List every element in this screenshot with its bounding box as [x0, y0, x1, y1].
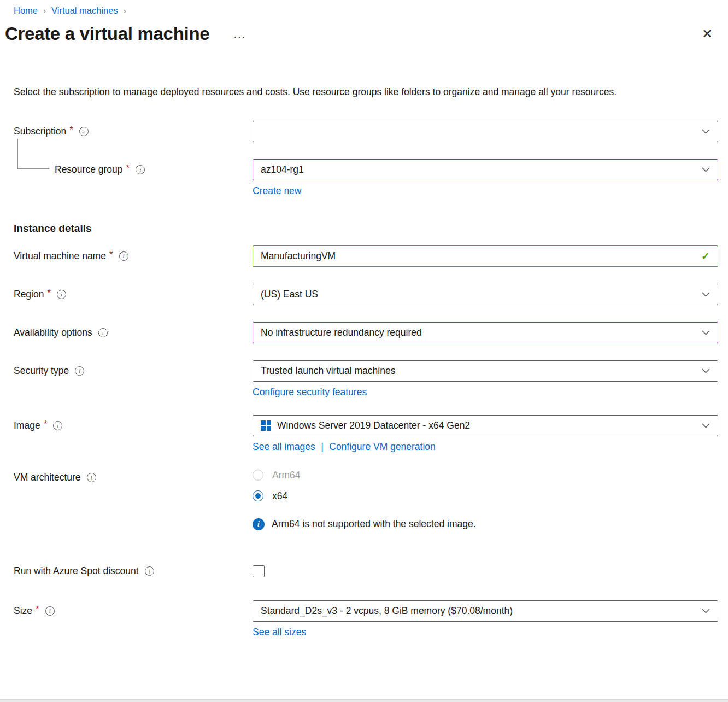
security-type-value: Trusted launch virtual machines [261, 365, 395, 377]
field-vm-name: Virtual machine name * i ManufacturingVM… [14, 245, 718, 267]
info-filled-icon: i [253, 518, 265, 530]
info-icon[interactable]: i [98, 328, 108, 337]
region-dropdown[interactable]: (US) East US [253, 284, 718, 305]
instance-details-heading: Instance details [14, 223, 718, 235]
field-subscription: Subscription * i [14, 121, 718, 142]
chevron-down-icon [702, 167, 710, 172]
page-title: Create a virtual machine [5, 24, 209, 44]
info-icon[interactable]: i [53, 421, 62, 430]
availability-options-value: No infrastructure redundancy required [261, 327, 422, 338]
create-new-link[interactable]: Create new [253, 185, 302, 197]
required-asterisk: * [47, 288, 51, 299]
chevron-down-icon [702, 368, 710, 373]
intro-text: Select the subscription to manage deploy… [14, 84, 709, 101]
image-value: Windows Server 2019 Datacenter - x64 Gen… [277, 420, 470, 431]
arm64-radio[interactable]: Arm64 [253, 470, 301, 481]
configure-security-features-link[interactable]: Configure security features [253, 387, 367, 398]
resource-group-label: Resource group [55, 164, 123, 176]
breadcrumb-home[interactable]: Home [14, 5, 38, 16]
breadcrumb-separator-icon: › [124, 6, 126, 15]
field-resource-group: Resource group * i az104-rg1 Create new [14, 159, 718, 197]
radio-unselected-icon [253, 470, 263, 481]
field-azure-spot: Run with Azure Spot discount i [14, 564, 718, 578]
breadcrumb-separator-icon: › [43, 6, 46, 15]
vm-name-input[interactable]: ManufacturingVM ✓ [253, 245, 718, 267]
see-all-sizes-link[interactable]: See all sizes [253, 627, 306, 638]
field-availability-options: Availability options i No infrastructure… [14, 322, 718, 343]
windows-logo-icon [261, 420, 271, 431]
availability-options-label: Availability options [14, 327, 92, 338]
see-all-images-link[interactable]: See all images [253, 441, 315, 453]
chevron-down-icon [702, 330, 710, 335]
info-icon[interactable]: i [119, 251, 128, 261]
basics-form: Subscription * i Resource group * i [0, 121, 728, 638]
subscription-dropdown[interactable] [253, 121, 718, 142]
field-vm-architecture: VM architecture i Arm64 x64 i Arm64 is n… [14, 470, 718, 530]
info-icon[interactable]: i [79, 127, 89, 136]
image-label: Image [14, 420, 40, 431]
size-value: Standard_D2s_v3 - 2 vcpus, 8 GiB memory … [261, 605, 513, 617]
required-asterisk: * [126, 163, 130, 174]
breadcrumb-virtual-machines[interactable]: Virtual machines [51, 5, 118, 16]
field-image: Image * i Windows Server 2019 Datacenter… [14, 415, 718, 453]
arm64-radio-label: Arm64 [272, 470, 301, 481]
required-asterisk: * [44, 419, 48, 430]
field-security-type: Security type i Trusted launch virtual m… [14, 360, 718, 398]
required-asterisk: * [69, 125, 73, 136]
size-dropdown[interactable]: Standard_D2s_v3 - 2 vcpus, 8 GiB memory … [253, 600, 718, 622]
region-value: (US) East US [261, 289, 318, 300]
field-size: Size * i Standard_D2s_v3 - 2 vcpus, 8 Gi… [14, 600, 718, 638]
resource-group-value: az104-rg1 [261, 164, 304, 176]
region-label: Region [14, 289, 44, 300]
breadcrumb: Home › Virtual machines › [0, 0, 728, 16]
configure-vm-generation-link[interactable]: Configure VM generation [329, 441, 436, 453]
chevron-down-icon [702, 292, 710, 297]
subscription-group: Subscription * i Resource group * i [14, 121, 718, 197]
x64-radio-label: x64 [272, 490, 287, 502]
create-vm-page: Home › Virtual machines › Create a virtu… [0, 0, 728, 638]
info-icon[interactable]: i [57, 290, 66, 299]
chevron-down-icon [702, 129, 710, 134]
required-asterisk: * [109, 249, 113, 260]
x64-radio[interactable]: x64 [253, 490, 287, 502]
security-type-dropdown[interactable]: Trusted launch virtual machines [253, 360, 718, 382]
azure-spot-checkbox[interactable] [253, 565, 265, 577]
vm-name-value: ManufacturingVM [261, 250, 336, 262]
bottom-divider [0, 699, 728, 702]
security-type-label: Security type [14, 365, 69, 377]
arch-info-message: i Arm64 is not supported with the select… [253, 518, 718, 530]
azure-spot-label: Run with Azure Spot discount [14, 565, 139, 577]
info-icon[interactable]: i [45, 606, 55, 616]
chevron-down-icon [702, 423, 710, 428]
image-dropdown[interactable]: Windows Server 2019 Datacenter - x64 Gen… [253, 415, 718, 436]
info-icon[interactable]: i [145, 566, 154, 576]
info-icon[interactable]: i [75, 366, 84, 376]
more-actions-icon[interactable]: ··· [233, 31, 245, 43]
valid-check-icon: ✓ [701, 250, 710, 262]
radio-selected-icon [253, 490, 263, 501]
resource-group-dropdown[interactable]: az104-rg1 [253, 159, 718, 180]
chevron-down-icon [702, 609, 710, 613]
size-label: Size [14, 605, 32, 617]
arch-info-text: Arm64 is not supported with the selected… [272, 518, 476, 530]
info-icon[interactable]: i [136, 165, 145, 174]
close-icon[interactable]: ✕ [702, 27, 713, 40]
field-region: Region * i (US) East US [14, 284, 718, 305]
info-icon[interactable]: i [87, 473, 96, 482]
vm-name-label: Virtual machine name [14, 250, 106, 262]
subscription-label: Subscription [14, 126, 66, 137]
required-asterisk: * [36, 604, 39, 615]
title-row: Create a virtual machine ··· ✕ [0, 16, 728, 44]
link-separator: | [321, 441, 324, 452]
tree-connector [17, 139, 49, 169]
availability-options-dropdown[interactable]: No infrastructure redundancy required [253, 322, 718, 343]
vm-architecture-label: VM architecture [14, 472, 81, 483]
